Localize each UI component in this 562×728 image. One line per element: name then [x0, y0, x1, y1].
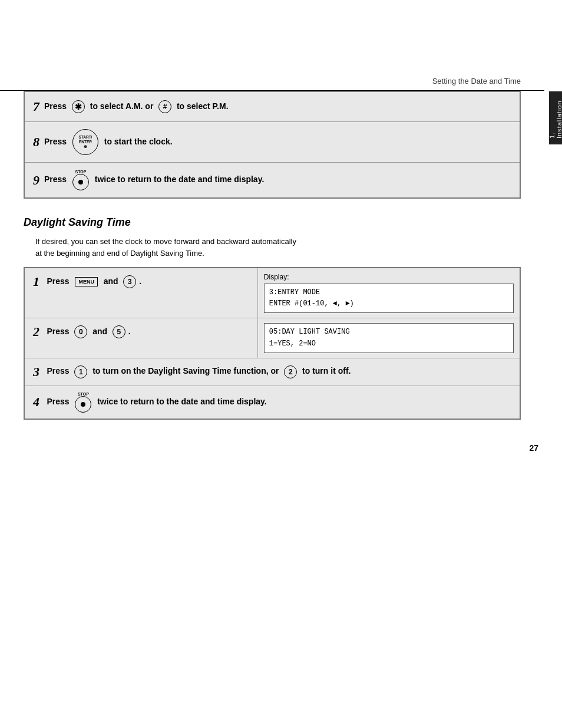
key-0: 0 [74, 325, 87, 338]
key-hash: # [158, 100, 171, 113]
step-7-text: Press ✱ to select A.M. or # to select P.… [44, 100, 229, 113]
key-5: 5 [113, 325, 125, 338]
key-stop-wrapper-4: STOP [75, 392, 91, 413]
step-2-number: 2 [33, 324, 39, 340]
step-3-number: 3 [33, 364, 39, 380]
side-tab: 1. Installation [549, 91, 562, 144]
step-2-left: 2 Press 0 and 5 . [25, 318, 257, 357]
step-8-text: Press START/ ENTER ⊕ to start the clock. [44, 129, 173, 155]
key-star: ✱ [72, 100, 85, 113]
daylight-step-2: 2 Press 0 and 5 . 05:DAY LIGHT SAVING 1=… [25, 318, 520, 358]
stop-circle [72, 174, 89, 190]
step-1-left: 1 Press MENU and 3 . [25, 268, 257, 318]
key-1: 1 [74, 365, 87, 378]
header-title: Setting the Date and Time [432, 77, 521, 85]
page-number-value: 27 [529, 443, 538, 453]
key-menu: MENU [75, 277, 98, 286]
step-2-right: 05:DAY LIGHT SAVING 1=YES, 2=NO [257, 318, 520, 357]
step-3-text: Press 1 to turn on the Daylight Saving T… [47, 366, 351, 375]
display-box-1: 3:ENTRY MODE ENTER #(01-10, ◄, ►) [264, 284, 514, 313]
display-box-2: 05:DAY LIGHT SAVING 1=YES, 2=NO [264, 323, 514, 353]
key-stop-wrapper: STOP [72, 170, 89, 190]
daylight-step-4: 4 Press STOP twice to return to the date… [25, 386, 520, 419]
step-7-row: 7 Press ✱ to select A.M. or # to select … [25, 92, 520, 122]
daylight-step-3: 3 Press 1 to turn on the Daylight Saving… [25, 358, 520, 386]
display-label-1: Display: [264, 273, 514, 281]
stop-label: STOP [75, 170, 86, 174]
main-content: 7 Press ✱ to select A.M. or # to select … [0, 91, 544, 420]
step-1-text: Press MENU and 3 . [47, 276, 141, 286]
section-title: Daylight Saving Time [24, 216, 521, 229]
daylight-step-1: 1 Press MENU and 3 . Display: 3:ENTRY MO… [25, 268, 520, 318]
daylight-section: Daylight Saving Time If desired, you can… [24, 216, 521, 420]
stop-label-4: STOP [78, 392, 89, 396]
side-tab-label: 1. Installation [548, 97, 562, 139]
top-steps-box: 7 Press ✱ to select A.M. or # to select … [24, 91, 521, 199]
step-9-number: 9 [33, 173, 39, 188]
step-7-number: 7 [33, 99, 39, 114]
stop-inner [78, 180, 83, 185]
key-start-enter: START/ ENTER ⊕ [72, 129, 98, 155]
stop-circle-4 [75, 396, 91, 413]
step-4-number: 4 [33, 394, 39, 410]
page-header: Setting the Date and Time [0, 0, 544, 91]
key-3: 3 [123, 275, 136, 288]
step-1-right: Display: 3:ENTRY MODE ENTER #(01-10, ◄, … [257, 268, 520, 318]
step-1-number: 1 [33, 274, 39, 289]
stop-inner-4 [81, 402, 85, 407]
step-9-row: 9 Press STOP twice to return to the date… [25, 163, 520, 197]
step-4-text: Press STOP twice to return to the date a… [47, 397, 266, 406]
section-intro: If desired, you can set the clock to mov… [24, 236, 521, 259]
step-8-row: 8 Press START/ ENTER ⊕ to start the cloc… [25, 122, 520, 163]
key-2: 2 [284, 365, 297, 378]
daylight-steps-box: 1 Press MENU and 3 . Display: 3:ENTRY MO… [24, 267, 521, 420]
step-2-text: Press 0 and 5 . [47, 327, 130, 336]
step-8-number: 8 [33, 134, 39, 150]
page-number: 27 [0, 420, 562, 453]
step-9-text: Press STOP twice to return to the date a… [44, 170, 264, 190]
